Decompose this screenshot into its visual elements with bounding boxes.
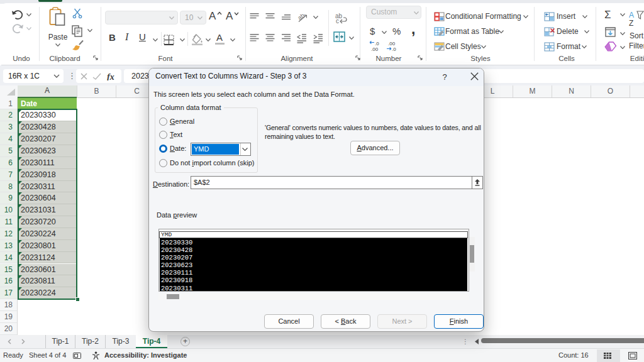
svg-text:.00: .00 (388, 41, 396, 47)
svg-text:.0: .0 (392, 47, 396, 51)
svg-text:.00: .00 (371, 47, 379, 52)
svg-text:A: A (629, 11, 634, 19)
svg-text:Z: Z (629, 19, 633, 27)
svg-text:c: c (336, 18, 339, 25)
svg-text:fx: fx (107, 72, 114, 80)
